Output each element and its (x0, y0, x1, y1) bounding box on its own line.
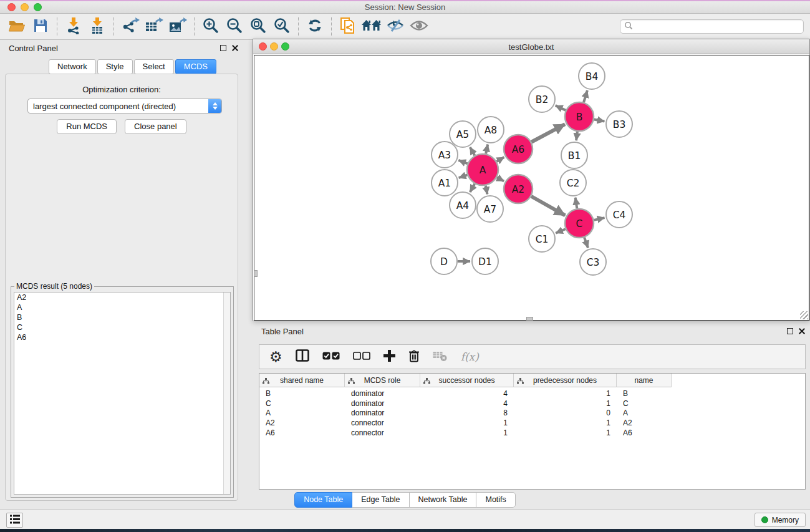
edge-B-B4[interactable] (584, 90, 587, 102)
run-mcds-button[interactable]: Run MCDS (57, 119, 117, 134)
dropdown-stepper-icon[interactable] (208, 99, 221, 113)
delete-table-button-disabled[interactable] (433, 349, 448, 364)
zoom-in-button[interactable] (199, 16, 223, 38)
column-header-name[interactable]: name (617, 374, 672, 387)
mcds-result-list[interactable]: A2ABCA6 (14, 292, 231, 495)
edge-A-A1[interactable] (459, 175, 468, 178)
tab-mcds[interactable]: MCDS (175, 59, 216, 74)
edge-B-B1[interactable] (576, 132, 577, 140)
column-header-predecessor-nodes[interactable]: predecessor nodes (514, 374, 617, 387)
table-cell[interactable]: 4 (420, 399, 514, 408)
edge-C-C3[interactable] (584, 238, 588, 248)
table-cell[interactable]: connector (345, 418, 420, 427)
hide-graphics-details-button[interactable] (383, 16, 407, 38)
table-cell[interactable]: B (259, 389, 345, 398)
table-settings-button[interactable]: ⚙ (269, 350, 282, 364)
table-cell[interactable]: 1 (514, 418, 617, 427)
tab-select[interactable]: Select (134, 59, 174, 74)
tab-motifs[interactable]: Motifs (476, 492, 515, 508)
table-cell[interactable]: B (617, 389, 672, 398)
search-field[interactable] (620, 19, 804, 34)
node-table[interactable]: shared nameMCDS rolesuccessor nodesprede… (259, 373, 806, 490)
table-cell[interactable]: 1 (420, 418, 514, 427)
table-cell[interactable]: 1 (514, 399, 617, 408)
column-layout-button[interactable] (296, 349, 309, 364)
export-table-button[interactable] (142, 16, 166, 38)
edge-A-A7[interactable] (486, 186, 488, 195)
table-cell[interactable]: 4 (420, 389, 514, 398)
close-panel-button[interactable]: Close panel (125, 119, 186, 134)
float-panel-icon[interactable] (220, 45, 226, 51)
edge-A-A4[interactable] (470, 184, 475, 192)
table-cell[interactable]: 8 (420, 409, 514, 417)
table-cell[interactable]: 0 (514, 409, 617, 417)
edge-A-A3[interactable] (458, 160, 467, 164)
refresh-view-button[interactable] (303, 16, 327, 38)
table-cell[interactable]: connector (345, 428, 420, 437)
float-table-panel-icon[interactable] (787, 328, 793, 334)
edge-A-A5[interactable] (470, 147, 475, 155)
tab-network[interactable]: Network (49, 59, 96, 74)
table-cell[interactable]: A6 (617, 428, 672, 437)
optimization-criterion-dropdown[interactable]: largest connected component (directed) (27, 99, 222, 114)
function-builder-button-disabled[interactable]: f(x) (461, 351, 479, 363)
edge-A-A2[interactable] (497, 177, 504, 181)
deselect-all-columns-button[interactable] (353, 351, 370, 362)
table-cell[interactable]: A (617, 409, 672, 417)
mcds-result-item[interactable]: A6 (14, 332, 230, 342)
close-panel-icon[interactable] (232, 45, 238, 51)
edge-C-C2[interactable] (576, 198, 577, 209)
column-header-shared-name[interactable]: shared name (259, 374, 345, 387)
tab-node-table[interactable]: Node Table (294, 492, 352, 508)
mcds-result-item[interactable]: B (14, 312, 230, 322)
edge-A6-B[interactable] (531, 124, 565, 142)
memory-button[interactable]: Memory (755, 513, 806, 527)
close-table-panel-icon[interactable] (799, 328, 805, 334)
table-row[interactable]: A6connector11A6 (259, 428, 805, 438)
save-session-button[interactable] (29, 16, 52, 38)
import-table-button[interactable] (85, 16, 109, 38)
table-cell[interactable]: C (259, 399, 345, 408)
export-network-button[interactable] (118, 16, 142, 38)
clone-network-button[interactable] (336, 16, 360, 38)
tab-edge-table[interactable]: Edge Table (352, 492, 409, 508)
edge-A-A6[interactable] (497, 157, 504, 162)
table-cell[interactable]: dominator (345, 409, 420, 417)
create-column-button[interactable] (383, 350, 395, 364)
table-row[interactable]: Adominator80A (259, 409, 805, 418)
open-file-button[interactable] (5, 16, 29, 38)
export-image-button[interactable] (166, 16, 190, 38)
mcds-result-item[interactable]: A (14, 302, 230, 312)
table-cell[interactable]: 1 (514, 428, 617, 437)
zoom-fit-button[interactable] (246, 16, 270, 38)
column-header-MCDS-role[interactable]: MCDS role (345, 374, 420, 387)
edge-B-B2[interactable] (556, 105, 566, 110)
table-cell[interactable]: 1 (420, 428, 514, 437)
edge-B-B3[interactable] (594, 119, 605, 121)
network-window-titlebar[interactable]: testGlobe.txt (253, 39, 809, 54)
search-input[interactable] (635, 22, 803, 31)
zoom-out-button[interactable] (223, 16, 246, 38)
table-row[interactable]: Cdominator41C (259, 399, 805, 409)
table-cell[interactable]: A2 (259, 418, 345, 427)
select-all-columns-button[interactable] (322, 351, 340, 362)
table-cell[interactable]: A2 (617, 418, 672, 427)
import-network-button[interactable] (62, 16, 85, 38)
mcds-result-item[interactable]: C (14, 322, 230, 332)
edge-C-C1[interactable] (556, 229, 566, 233)
edge-A2-C[interactable] (531, 196, 565, 216)
task-history-button[interactable] (6, 513, 23, 528)
table-cell[interactable]: dominator (345, 399, 420, 408)
mcds-result-item[interactable]: A2 (14, 293, 230, 302)
table-cell[interactable]: C (617, 399, 672, 408)
edge-A-A8[interactable] (486, 145, 488, 154)
zoom-selected-button[interactable] (270, 16, 294, 38)
table-cell[interactable]: dominator (345, 389, 420, 398)
edge-C-C4[interactable] (594, 218, 604, 220)
cyndex-homes-icon[interactable] (360, 16, 383, 38)
canvas-bottom-scrollbar-thumb[interactable] (526, 317, 533, 321)
delete-column-button[interactable] (408, 349, 420, 365)
tab-style[interactable]: Style (97, 59, 133, 74)
window-resize-grip[interactable] (800, 311, 808, 319)
network-canvas[interactable]: AA1A2A3A4A5A6A7A8BB1B2B3B4CC1C2C3C4DD1 (254, 55, 809, 321)
